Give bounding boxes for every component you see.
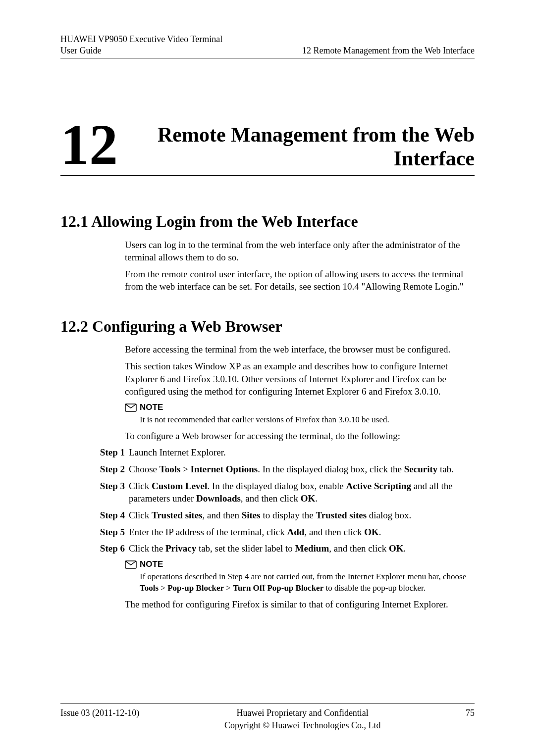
confidential-label: Huawei Proprietary and Confidential xyxy=(139,707,466,719)
issue-date: Issue 03 (2011-12-10) xyxy=(60,707,139,719)
copyright-label: Copyright © Huawei Technologies Co., Ltd xyxy=(139,719,466,731)
note-label: NOTE xyxy=(140,402,163,413)
page-header: HUAWEI VP9050 Executive Video Terminal U… xyxy=(60,34,475,58)
note-text: If operations described in Step 4 are no… xyxy=(140,571,475,594)
page-footer: Issue 03 (2011-12-10) Huawei Proprietary… xyxy=(60,704,475,731)
note-icon xyxy=(125,403,137,412)
step-text: Choose Tools > Internet Options. In the … xyxy=(129,463,475,476)
note-heading: NOTE xyxy=(125,402,475,413)
footer-center: Huawei Proprietary and Confidential Copy… xyxy=(139,707,466,731)
note-text: It is not recommended that earlier versi… xyxy=(140,414,475,426)
step-row: Step 4 Click Trusted sites, and then Sit… xyxy=(90,509,475,522)
chapter-number: 12 xyxy=(60,119,118,170)
paragraph: The method for configuring Firefox is si… xyxy=(125,598,475,611)
step-row: Step 5 Enter the IP address of the termi… xyxy=(90,526,475,539)
step-row: Step 3 Click Custom Level. In the displa… xyxy=(90,480,475,505)
guide-label: User Guide xyxy=(60,45,222,56)
step-row: Step 2 Choose Tools > Internet Options. … xyxy=(90,463,475,476)
paragraph: To configure a Web browser for accessing… xyxy=(125,430,475,443)
note-heading: NOTE xyxy=(125,559,475,570)
step-text: Enter the IP address of the terminal, cl… xyxy=(129,526,475,539)
step-label: Step 5 xyxy=(90,526,129,539)
step-row: Step 6 Click the Privacy tab, set the sl… xyxy=(90,542,475,555)
step-text: Launch Internet Explorer. xyxy=(129,446,475,459)
paragraph: This section takes Window XP as an examp… xyxy=(125,360,475,398)
note-block: NOTE It is not recommended that earlier … xyxy=(125,402,475,426)
section-heading-12-1: 12.1 Allowing Login from the Web Interfa… xyxy=(60,211,475,232)
note-block: NOTE If operations described in Step 4 a… xyxy=(125,559,475,594)
paragraph: Before accessing the terminal from the w… xyxy=(125,343,475,356)
step-text: Click the Privacy tab, set the slider la… xyxy=(129,542,475,555)
step-text: Click Custom Level. In the displayed dia… xyxy=(129,480,475,505)
paragraph: From the remote control user interface, … xyxy=(125,268,475,293)
section-heading-12-2: 12.2 Configuring a Web Browser xyxy=(60,316,475,337)
note-icon xyxy=(125,559,137,569)
paragraph: Users can log in to the terminal from th… xyxy=(125,239,475,264)
page-number: 75 xyxy=(466,707,475,719)
chapter-heading: Remote Management from the Web Interface xyxy=(130,123,475,171)
step-label: Step 3 xyxy=(90,480,129,505)
step-text: Click Trusted sites, and then Sites to d… xyxy=(129,509,475,522)
chapter-title-block: 12 Remote Management from the Web Interf… xyxy=(60,103,475,177)
chapter-ref: 12 Remote Management from the Web Interf… xyxy=(302,45,475,56)
header-left: HUAWEI VP9050 Executive Video Terminal U… xyxy=(60,34,222,57)
step-list: Step 1 Launch Internet Explorer. Step 2 … xyxy=(90,446,475,554)
product-name: HUAWEI VP9050 Executive Video Terminal xyxy=(60,34,222,45)
header-right: 12 Remote Management from the Web Interf… xyxy=(302,45,475,56)
step-row: Step 1 Launch Internet Explorer. xyxy=(90,446,475,459)
step-label: Step 1 xyxy=(90,446,129,459)
note-label: NOTE xyxy=(140,559,163,570)
step-label: Step 2 xyxy=(90,463,129,476)
step-label: Step 6 xyxy=(90,542,129,555)
step-label: Step 4 xyxy=(90,509,129,522)
